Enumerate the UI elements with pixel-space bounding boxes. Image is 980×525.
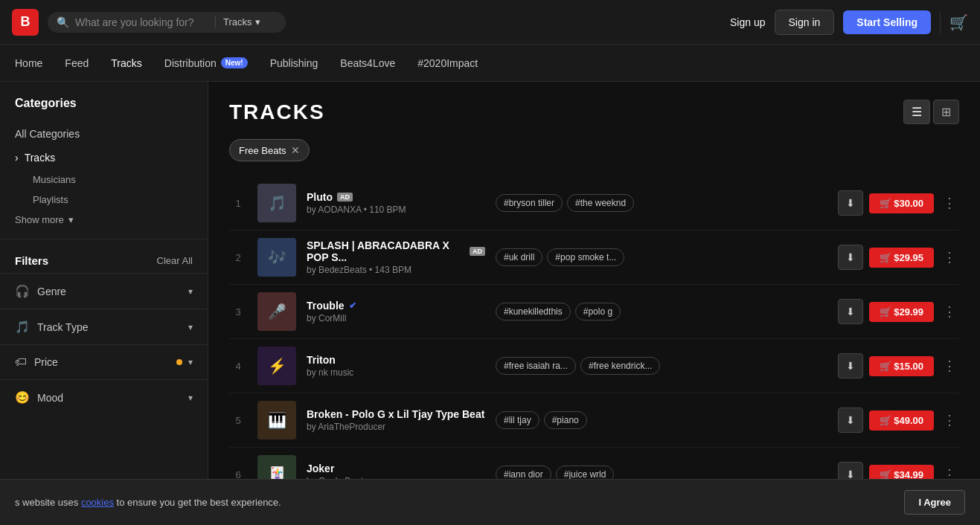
download-button[interactable]: ⬇ <box>838 353 863 379</box>
add-to-cart-button[interactable]: 🛒 $29.95 <box>869 248 934 268</box>
sidebar-sub-musicians[interactable]: Musicians <box>0 170 208 190</box>
tracks-list: 1 🎵 PlutoAD by AODANXA • 110 BPM #bryson… <box>229 176 959 525</box>
nav-item-tracks[interactable]: Tracks <box>111 54 141 72</box>
start-selling-button[interactable]: Start Selling <box>843 10 931 34</box>
cookie-text: s website uses cookies to ensure you get… <box>15 497 897 508</box>
track-info: Triton by nk music <box>307 354 485 378</box>
cart-icon[interactable]: 🛒 <box>949 13 968 31</box>
filter-row-mood[interactable]: 😊 Mood ▾ <box>0 380 208 415</box>
filter-tag-label: Free Beats <box>239 145 286 156</box>
ad-badge: AD <box>337 193 353 202</box>
track-thumbnail: 🎵 <box>257 184 296 222</box>
page-title: TRACKS <box>229 100 325 124</box>
tag-pill[interactable]: #lil tjay <box>496 411 539 429</box>
more-options-button[interactable]: ⋮ <box>940 300 959 323</box>
tag-pill[interactable]: #the weeknd <box>567 194 634 212</box>
track-thumbnail: 🎤 <box>257 292 296 331</box>
cookie-link[interactable]: cookies <box>81 497 114 508</box>
tag-pill[interactable]: #free kendrick... <box>580 357 660 375</box>
nav-item-feed[interactable]: Feed <box>65 54 89 72</box>
more-options-button[interactable]: ⋮ <box>940 192 959 214</box>
track-actions: ⬇ 🛒 $49.00 ⋮ <box>838 408 959 433</box>
sidebar-sub-playlists[interactable]: Playlists <box>0 190 208 210</box>
layout: Categories All Categories › Tracks Music… <box>0 82 980 525</box>
filter-mood: 😊 Mood ▾ <box>0 379 208 415</box>
track-thumb-emoji: ⚡ <box>257 347 296 385</box>
grid-view-button[interactable]: ⊞ <box>933 100 959 124</box>
sidebar-item-tracks[interactable]: › Tracks <box>0 146 208 170</box>
ad-badge: AD <box>470 247 485 256</box>
signin-button[interactable]: Sign in <box>775 10 835 35</box>
download-button[interactable]: ⬇ <box>838 245 863 270</box>
nav-item-home[interactable]: Home <box>15 54 42 72</box>
track-info: Trouble✔ by CorMill <box>307 300 485 323</box>
cookie-agree-button[interactable]: I Agree <box>904 490 965 515</box>
track-thumb-emoji: 🎤 <box>257 292 296 331</box>
track-row: 2 🎶 SPLASH | ABRACADABRA X POP S...AD by… <box>229 231 959 285</box>
topbar-divider <box>940 11 941 33</box>
filter-label-price: Price <box>34 356 58 368</box>
list-view-button[interactable]: ☰ <box>903 100 930 124</box>
track-name: Triton <box>307 354 485 366</box>
filter-row-track-type[interactable]: 🎵 Track Type ▾ <box>0 309 208 344</box>
add-to-cart-button[interactable]: 🛒 $30.00 <box>869 193 934 213</box>
more-options-button[interactable]: ⋮ <box>940 246 959 268</box>
track-row: 5 🎹 Broken - Polo G x Lil Tjay Type Beat… <box>229 393 959 448</box>
tag-pill[interactable]: #bryson tiller <box>496 194 563 212</box>
track-tags: #free isaiah ra...#free kendrick... <box>496 357 827 375</box>
sidebar-item-all-categories[interactable]: All Categories <box>0 122 208 146</box>
tag-pill[interactable]: #kunekilledthis <box>496 303 571 321</box>
search-input[interactable] <box>75 16 209 28</box>
track-name: SPLASH | ABRACADABRA X POP S...AD <box>307 239 485 263</box>
tag-pill[interactable]: #polo g <box>575 303 621 321</box>
track-row: 3 🎤 Trouble✔ by CorMill #kunekilledthis#… <box>229 285 959 339</box>
track-thumbnail: 🎶 <box>257 238 296 277</box>
track-number: 2 <box>229 252 247 263</box>
headphones-icon: 🎧 <box>15 284 30 298</box>
show-more-button[interactable]: Show more ▾ <box>0 210 208 230</box>
nav-item-beats4love[interactable]: Beats4Love <box>340 54 395 72</box>
price-tag-icon: 🏷 <box>15 355 27 369</box>
nav-item-impact[interactable]: #2020Impact <box>417 54 478 72</box>
active-filters: Free Beats ✕ <box>229 139 959 161</box>
track-info: PlutoAD by AODANXA • 110 BPM <box>307 191 485 215</box>
sidebar: Categories All Categories › Tracks Music… <box>0 82 208 525</box>
track-name: Joker <box>307 463 485 474</box>
chevron-down-icon: ▾ <box>188 286 193 297</box>
track-thumbnail: ⚡ <box>257 347 296 385</box>
search-bar: 🔍 Tracks ▾ <box>48 12 286 33</box>
tag-pill[interactable]: #free isaiah ra... <box>496 357 576 375</box>
track-thumbnail: 🎹 <box>257 401 296 439</box>
topbar-actions: Sign up Sign in Start Selling 🛒 <box>730 10 968 35</box>
logo[interactable]: B <box>12 9 39 36</box>
view-toggles: ☰ ⊞ <box>903 100 959 124</box>
add-to-cart-button[interactable]: 🛒 $49.00 <box>869 410 934 431</box>
tag-pill[interactable]: #uk drill <box>496 248 542 266</box>
more-options-button[interactable]: ⋮ <box>940 409 959 431</box>
add-to-cart-button[interactable]: 🛒 $15.00 <box>869 356 934 376</box>
signup-button[interactable]: Sign up <box>730 16 765 28</box>
track-artist: by BedezBeats • 143 BPM <box>307 265 485 275</box>
filter-tag-remove[interactable]: ✕ <box>291 144 300 156</box>
tag-pill[interactable]: #piano <box>544 411 587 429</box>
track-row: 4 ⚡ Triton by nk music #free isaiah ra..… <box>229 339 959 393</box>
track-name: Trouble✔ <box>307 300 485 312</box>
download-button[interactable]: ⬇ <box>838 408 863 433</box>
clear-all-button[interactable]: Clear All <box>157 255 193 266</box>
track-artist: by nk music <box>307 367 485 378</box>
download-button[interactable]: ⬇ <box>838 190 863 216</box>
chevron-down-icon: ▾ <box>188 322 193 332</box>
nav-item-publishing[interactable]: Publishing <box>270 54 318 72</box>
search-category-dropdown[interactable]: Tracks ▾ <box>215 16 260 28</box>
price-active-dot <box>176 359 182 365</box>
filter-row-price[interactable]: 🏷 Price ▾ <box>0 345 208 379</box>
filter-row-genre[interactable]: 🎧 Genre ▾ <box>0 274 208 309</box>
chevron-right-icon: › <box>15 152 19 164</box>
nav-item-distribution[interactable]: Distribution New! <box>164 54 248 72</box>
add-to-cart-button[interactable]: 🛒 $29.99 <box>869 302 934 322</box>
more-options-button[interactable]: ⋮ <box>940 355 959 377</box>
download-button[interactable]: ⬇ <box>838 299 863 324</box>
filter-price: 🏷 Price ▾ <box>0 344 208 379</box>
tag-pill[interactable]: #pop smoke t... <box>547 248 624 266</box>
main-header: TRACKS ☰ ⊞ <box>229 100 959 124</box>
